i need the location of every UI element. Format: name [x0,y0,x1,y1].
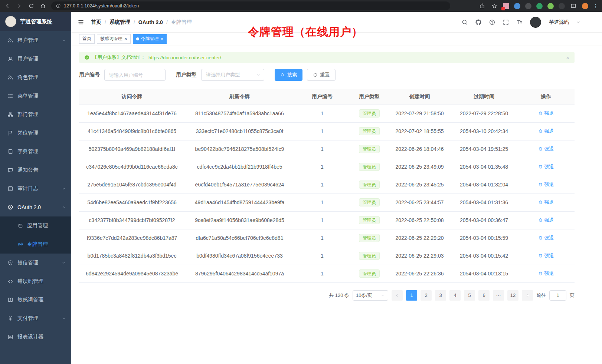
force-logout-button[interactable]: 强退 [538,146,554,152]
sidebar-item-notice[interactable]: 通知公告 [0,161,71,179]
pagination-next-button[interactable] [522,290,533,301]
sidebar-item-audit-log[interactable]: 审计日志 [0,179,71,198]
extension-icon-6[interactable] [559,3,565,9]
page-size-select[interactable]: 10条/页 [353,290,388,301]
sidebar-item-tenant[interactable]: 租户管理 [0,31,71,50]
search-button[interactable]: 搜索 [275,69,302,81]
user-id-input[interactable] [104,69,166,81]
bookmark-star-icon[interactable] [491,2,498,10]
user-menu-caret-icon[interactable] [576,20,580,24]
action-cell: 强退 [517,211,575,229]
logo-avatar [5,16,16,27]
browser-chrome: 127.0.0.1:1024/system/oauth2/token ⋮ [0,0,602,12]
goto-page-input[interactable] [549,290,566,301]
pagination-page-6[interactable]: 6 [478,290,490,301]
alert-close-icon[interactable]: × [566,54,569,61]
force-logout-button[interactable]: 强退 [538,252,554,259]
address-bar[interactable]: 127.0.0.1:1024/system/oauth2/token [51,1,450,10]
pagination-page-2[interactable]: 2 [421,290,432,301]
sidebar-item-oauth2[interactable]: OAuth 2.0 [0,198,71,216]
search-icon [280,73,285,77]
pagination-page-4[interactable]: 4 [449,290,461,301]
app-logo[interactable]: 芋道管理系统 [0,12,71,31]
chevron-down-icon [380,293,385,298]
user-avatar[interactable] [530,17,541,28]
user-id-cell: 1 [294,211,350,229]
tab-sensitive-word[interactable]: 敏感词管理 × [97,34,131,44]
sidebar-item-pay[interactable]: 支付管理 [0,309,71,328]
tab-label: 令牌管理 [141,36,159,42]
sidebar-item-dept[interactable]: 部门管理 [0,105,71,124]
profile-avatar-icon[interactable] [582,3,588,9]
reload-button[interactable] [27,2,35,10]
help-icon[interactable] [489,19,495,26]
pagination-page-5[interactable]: 5 [464,290,475,301]
share-icon[interactable] [478,2,486,10]
user-type-select[interactable]: 请选择用户类型 [201,69,264,81]
open-book-icon [7,297,13,303]
sidebar-item-report-designer[interactable]: 报表设计器 [0,328,71,346]
pagination-page-1[interactable]: 1 [406,290,417,301]
main-area: 首页 / 系统管理 / OAuth 2.0 / 令牌管理 芋道源码 [71,12,602,364]
tab-close-icon[interactable]: × [161,36,164,41]
force-logout-button[interactable]: 强退 [538,217,554,224]
tab-token[interactable]: 令牌管理 × [133,34,167,44]
sidebar-item-sms[interactable]: 短信管理 [0,254,71,272]
pagination-prev-button[interactable] [392,290,403,301]
forward-button[interactable] [16,2,23,10]
force-logout-button[interactable]: 强退 [538,110,554,117]
refresh-token-cell: cdfc4ce9c2da4bb1bdf21b9918ff4be5 [185,158,294,176]
extension-icon-3[interactable] [525,3,531,9]
sidebar-item-user[interactable]: 用户管理 [0,50,71,68]
reset-button[interactable]: 重置 [307,69,336,81]
browser-menu-icon[interactable]: ⋮ [593,3,598,9]
home-button[interactable] [39,2,47,10]
sidebar-item-oauth2-token[interactable]: 令牌管理 [0,235,71,254]
pagination-page-12[interactable]: 12 [507,290,518,301]
pagination-page-3[interactable]: 3 [435,290,446,301]
refresh-token-cell: 8796295f04064c2983414cc54af1097a [185,265,294,282]
font-size-icon[interactable] [516,19,523,26]
url-text: 127.0.0.1:1024/system/oauth2/token [64,3,139,9]
sidebar-item-error-code[interactable]: 错误码管理 [0,272,71,291]
site-info-icon[interactable] [56,3,61,9]
sidebar-item-label: 令牌管理 [27,241,48,248]
breadcrumb-home[interactable]: 首页 [91,19,101,26]
doc-link[interactable]: https://doc.iocoder.cn/user-center/ [148,55,221,60]
force-logout-button[interactable]: 强退 [538,199,554,206]
sidebar-item-role[interactable]: 角色管理 [0,68,71,87]
sidebar-item-dict[interactable]: 字典管理 [0,142,71,161]
tab-close-icon[interactable]: × [124,36,127,41]
column-header: 刷新令牌 [185,89,294,105]
search-icon[interactable] [461,19,468,26]
force-logout-button[interactable]: 强退 [538,181,554,188]
extension-icon-2[interactable] [514,3,520,9]
force-logout-button[interactable]: 强退 [538,235,554,241]
extension-icon-4[interactable] [536,3,543,9]
split-view-icon[interactable] [570,2,577,10]
extension-icon-5[interactable] [547,3,554,9]
back-button[interactable] [4,2,11,10]
sidebar-item-menu[interactable]: 菜单管理 [0,87,71,105]
refresh-token-cell: dfa6c71a50a54c66bef706ef9e6e8d81 [185,229,294,247]
force-logout-button[interactable]: 强退 [538,163,554,170]
fullscreen-icon[interactable] [503,19,509,26]
action-cell: 强退 [517,247,575,265]
force-logout-button[interactable]: 强退 [538,270,554,277]
breadcrumb-system[interactable]: 系统管理 [109,19,130,26]
breadcrumb: 首页 / 系统管理 / OAuth 2.0 / 令牌管理 [91,19,192,26]
breadcrumb-oauth2[interactable]: OAuth 2.0 [138,19,163,25]
app-frame: 芋道管理系统 租户管理 用户管理 角色管理 菜单 [0,12,602,364]
force-logout-button[interactable]: 强退 [538,128,554,135]
sidebar-item-post[interactable]: 岗位管理 [0,124,71,142]
pagination-more-button[interactable]: ··· [493,290,504,301]
sidebar-toggle-icon[interactable] [78,19,84,26]
github-icon[interactable] [475,19,482,26]
chevron-down-icon [62,38,66,43]
pagination: 共 120 条 10条/页 123456···12 前往 页 [79,290,575,301]
sidebar-item-sensitive-word[interactable]: 敏感词管理 [0,291,71,309]
tab-home[interactable]: 首页 [79,34,95,44]
create-time-cell: 2022-06-25 22:29:20 [389,229,451,247]
sidebar-item-oauth2-client[interactable]: 应用管理 [0,216,71,235]
extension-icon-1[interactable] [503,3,509,9]
